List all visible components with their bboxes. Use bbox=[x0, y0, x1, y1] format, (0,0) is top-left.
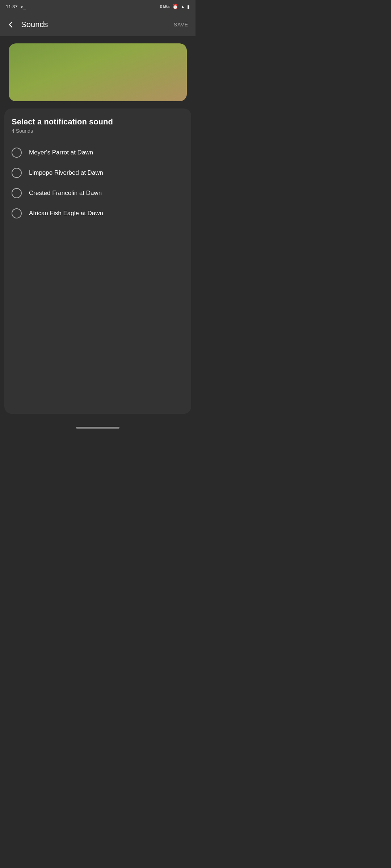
app-bar: Sounds SAVE bbox=[0, 13, 196, 36]
battery-icon: ▮ bbox=[187, 4, 190, 9]
sound-list-card: Select a notification sound 4 Sounds Mey… bbox=[4, 109, 191, 414]
sound-label-2: Limpopo Riverbed at Dawn bbox=[29, 169, 103, 176]
album-art bbox=[9, 43, 187, 101]
page-title: Sounds bbox=[21, 20, 48, 29]
bottom-nav bbox=[0, 421, 196, 434]
sound-list-count: 4 Sounds bbox=[12, 128, 184, 134]
radio-button-1[interactable] bbox=[12, 148, 22, 158]
terminal-icon: >_ bbox=[21, 4, 26, 9]
radio-button-4[interactable] bbox=[12, 208, 22, 218]
status-time: 11:37 bbox=[6, 4, 18, 9]
sound-list-title: Select a notification sound bbox=[12, 117, 184, 127]
back-button[interactable] bbox=[6, 20, 16, 30]
back-arrow-icon bbox=[7, 21, 14, 28]
app-bar-left: Sounds bbox=[6, 20, 48, 30]
radio-button-3[interactable] bbox=[12, 188, 22, 198]
status-left: 11:37 >_ bbox=[6, 4, 26, 9]
save-button[interactable]: SAVE bbox=[172, 19, 190, 30]
sound-item-4[interactable]: African Fish Eagle at Dawn bbox=[12, 203, 184, 224]
sound-label-1: Meyer's Parrot at Dawn bbox=[29, 149, 93, 156]
sound-item-2[interactable]: Limpopo Riverbed at Dawn bbox=[12, 163, 184, 183]
wifi-icon: ▲ bbox=[180, 4, 185, 9]
home-indicator[interactable] bbox=[76, 427, 119, 429]
network-speed: 0 kB/s bbox=[160, 5, 170, 9]
status-bar: 11:37 >_ 0 kB/s ⏰ ▲ ▮ bbox=[0, 0, 196, 13]
sound-label-4: African Fish Eagle at Dawn bbox=[29, 210, 103, 217]
status-right: 0 kB/s ⏰ ▲ ▮ bbox=[160, 4, 190, 9]
sound-label-3: Crested Francolin at Dawn bbox=[29, 190, 102, 197]
radio-button-2[interactable] bbox=[12, 168, 22, 178]
sound-item-1[interactable]: Meyer's Parrot at Dawn bbox=[12, 142, 184, 163]
sound-item-3[interactable]: Crested Francolin at Dawn bbox=[12, 183, 184, 203]
album-art-container bbox=[0, 36, 196, 109]
alarm-icon: ⏰ bbox=[172, 4, 178, 9]
